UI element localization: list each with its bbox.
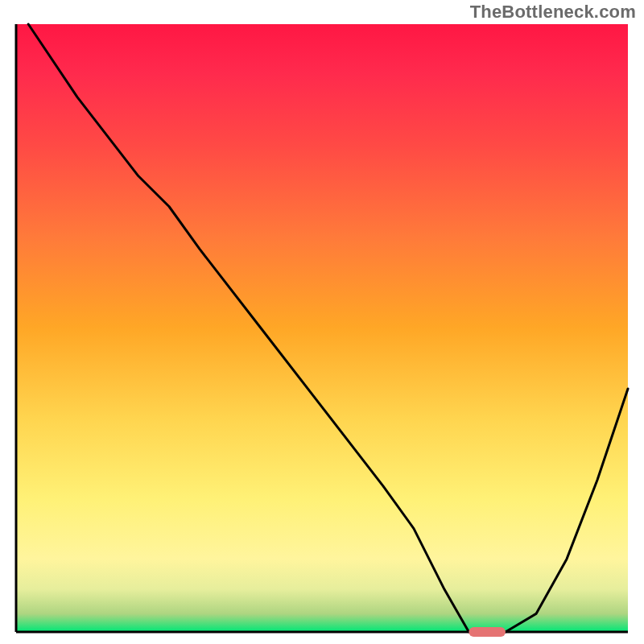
highlight-segment	[469, 627, 506, 637]
plot-background	[16, 24, 628, 632]
bottleneck-chart	[0, 0, 644, 644]
chart-stage: TheBottleneck.com	[0, 0, 644, 644]
watermark-text: TheBottleneck.com	[470, 2, 636, 23]
